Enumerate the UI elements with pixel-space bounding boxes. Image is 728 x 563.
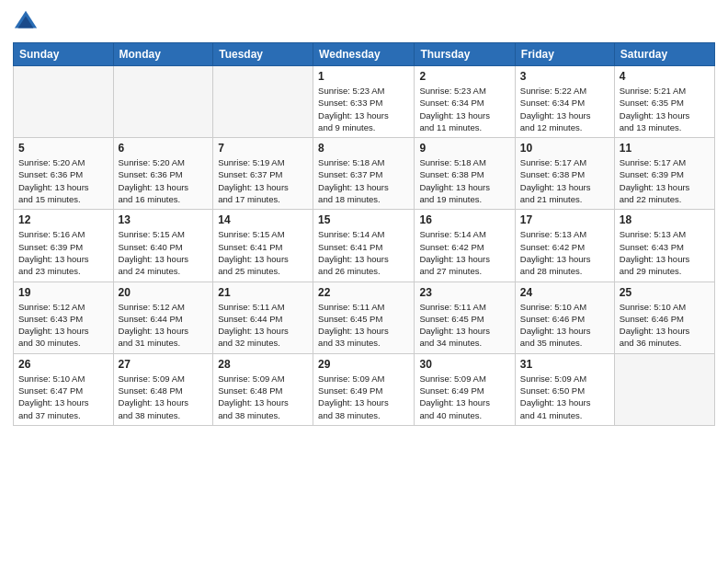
logo bbox=[13, 9, 40, 35]
calendar-cell: 14Sunrise: 5:15 AM Sunset: 6:41 PM Dayli… bbox=[213, 210, 313, 282]
week-row-1: 5Sunrise: 5:20 AM Sunset: 6:36 PM Daylig… bbox=[14, 138, 715, 210]
week-row-2: 12Sunrise: 5:16 AM Sunset: 6:39 PM Dayli… bbox=[14, 210, 715, 282]
day-info: Sunrise: 5:09 AM Sunset: 6:50 PM Dayligh… bbox=[520, 373, 609, 421]
calendar-cell: 2Sunrise: 5:23 AM Sunset: 6:34 PM Daylig… bbox=[415, 66, 515, 138]
calendar-cell: 21Sunrise: 5:11 AM Sunset: 6:44 PM Dayli… bbox=[213, 282, 313, 353]
calendar-cell: 11Sunrise: 5:17 AM Sunset: 6:39 PM Dayli… bbox=[614, 138, 714, 210]
day-number: 21 bbox=[218, 286, 308, 299]
day-info: Sunrise: 5:18 AM Sunset: 6:37 PM Dayligh… bbox=[318, 156, 409, 205]
calendar-cell: 8Sunrise: 5:18 AM Sunset: 6:37 PM Daylig… bbox=[313, 138, 415, 210]
day-number: 16 bbox=[419, 213, 509, 226]
day-number: 28 bbox=[218, 358, 308, 371]
calendar-cell: 3Sunrise: 5:22 AM Sunset: 6:34 PM Daylig… bbox=[515, 66, 614, 138]
day-number: 17 bbox=[520, 213, 609, 226]
calendar-cell bbox=[213, 66, 313, 138]
day-info: Sunrise: 5:21 AM Sunset: 6:35 PM Dayligh… bbox=[620, 85, 710, 133]
calendar-cell: 19Sunrise: 5:12 AM Sunset: 6:43 PM Dayli… bbox=[14, 282, 114, 353]
day-info: Sunrise: 5:15 AM Sunset: 6:40 PM Dayligh… bbox=[119, 228, 209, 277]
calendar-cell bbox=[14, 66, 114, 138]
day-number: 15 bbox=[318, 213, 409, 226]
calendar-cell: 20Sunrise: 5:12 AM Sunset: 6:44 PM Dayli… bbox=[113, 282, 213, 353]
day-info: Sunrise: 5:20 AM Sunset: 6:36 PM Dayligh… bbox=[119, 156, 209, 205]
day-info: Sunrise: 5:23 AM Sunset: 6:34 PM Dayligh… bbox=[419, 85, 509, 133]
day-info: Sunrise: 5:16 AM Sunset: 6:39 PM Dayligh… bbox=[18, 228, 108, 277]
day-info: Sunrise: 5:14 AM Sunset: 6:41 PM Dayligh… bbox=[318, 228, 409, 277]
calendar-cell: 10Sunrise: 5:17 AM Sunset: 6:38 PM Dayli… bbox=[515, 138, 614, 210]
day-info: Sunrise: 5:09 AM Sunset: 6:49 PM Dayligh… bbox=[318, 373, 409, 421]
calendar-cell: 24Sunrise: 5:10 AM Sunset: 6:46 PM Dayli… bbox=[515, 282, 614, 353]
weekday-header-saturday: Saturday bbox=[614, 43, 714, 66]
calendar-cell: 29Sunrise: 5:09 AM Sunset: 6:49 PM Dayli… bbox=[313, 353, 415, 425]
day-number: 25 bbox=[620, 286, 710, 299]
calendar-cell: 31Sunrise: 5:09 AM Sunset: 6:50 PM Dayli… bbox=[515, 353, 614, 425]
day-info: Sunrise: 5:15 AM Sunset: 6:41 PM Dayligh… bbox=[218, 228, 308, 277]
weekday-header-friday: Friday bbox=[515, 43, 614, 66]
day-number: 12 bbox=[18, 213, 108, 226]
day-number: 14 bbox=[218, 213, 308, 226]
day-number: 18 bbox=[620, 213, 710, 226]
calendar-cell: 12Sunrise: 5:16 AM Sunset: 6:39 PM Dayli… bbox=[14, 210, 114, 282]
day-info: Sunrise: 5:12 AM Sunset: 6:43 PM Dayligh… bbox=[18, 301, 108, 350]
calendar-cell bbox=[614, 353, 714, 425]
day-number: 30 bbox=[419, 358, 509, 371]
day-info: Sunrise: 5:11 AM Sunset: 6:45 PM Dayligh… bbox=[318, 301, 409, 350]
day-number: 31 bbox=[520, 358, 609, 371]
day-number: 8 bbox=[318, 142, 409, 155]
calendar-cell: 6Sunrise: 5:20 AM Sunset: 6:36 PM Daylig… bbox=[113, 138, 213, 210]
day-number: 19 bbox=[18, 286, 108, 299]
day-number: 11 bbox=[620, 142, 710, 155]
day-number: 2 bbox=[419, 70, 509, 83]
day-info: Sunrise: 5:13 AM Sunset: 6:42 PM Dayligh… bbox=[520, 228, 609, 277]
day-info: Sunrise: 5:23 AM Sunset: 6:33 PM Dayligh… bbox=[318, 85, 409, 133]
day-number: 1 bbox=[318, 70, 409, 83]
calendar-cell: 26Sunrise: 5:10 AM Sunset: 6:47 PM Dayli… bbox=[14, 353, 114, 425]
day-info: Sunrise: 5:17 AM Sunset: 6:39 PM Dayligh… bbox=[620, 156, 710, 205]
day-number: 10 bbox=[520, 142, 609, 155]
day-number: 27 bbox=[119, 358, 209, 371]
day-info: Sunrise: 5:19 AM Sunset: 6:37 PM Dayligh… bbox=[218, 156, 308, 205]
weekday-header-tuesday: Tuesday bbox=[213, 43, 313, 66]
calendar-cell: 18Sunrise: 5:13 AM Sunset: 6:43 PM Dayli… bbox=[614, 210, 714, 282]
day-number: 24 bbox=[520, 286, 609, 299]
calendar-cell: 30Sunrise: 5:09 AM Sunset: 6:49 PM Dayli… bbox=[415, 353, 515, 425]
calendar-cell: 4Sunrise: 5:21 AM Sunset: 6:35 PM Daylig… bbox=[614, 66, 714, 138]
calendar-cell: 9Sunrise: 5:18 AM Sunset: 6:38 PM Daylig… bbox=[415, 138, 515, 210]
day-number: 4 bbox=[620, 70, 710, 83]
week-row-4: 26Sunrise: 5:10 AM Sunset: 6:47 PM Dayli… bbox=[14, 353, 715, 425]
day-number: 6 bbox=[119, 142, 209, 155]
calendar-cell: 7Sunrise: 5:19 AM Sunset: 6:37 PM Daylig… bbox=[213, 138, 313, 210]
weekday-header-sunday: Sunday bbox=[14, 43, 114, 66]
day-number: 9 bbox=[419, 142, 509, 155]
calendar-cell bbox=[113, 66, 213, 138]
day-number: 20 bbox=[119, 286, 209, 299]
day-number: 13 bbox=[119, 213, 209, 226]
day-info: Sunrise: 5:09 AM Sunset: 6:48 PM Dayligh… bbox=[119, 373, 209, 421]
calendar-cell: 25Sunrise: 5:10 AM Sunset: 6:46 PM Dayli… bbox=[614, 282, 714, 353]
day-number: 26 bbox=[18, 358, 108, 371]
day-info: Sunrise: 5:12 AM Sunset: 6:44 PM Dayligh… bbox=[119, 301, 209, 350]
calendar: SundayMondayTuesdayWednesdayThursdayFrid… bbox=[13, 42, 715, 426]
calendar-cell: 15Sunrise: 5:14 AM Sunset: 6:41 PM Dayli… bbox=[313, 210, 415, 282]
day-info: Sunrise: 5:09 AM Sunset: 6:49 PM Dayligh… bbox=[419, 373, 509, 421]
day-number: 29 bbox=[318, 358, 409, 371]
logo-icon bbox=[13, 9, 39, 35]
day-info: Sunrise: 5:22 AM Sunset: 6:34 PM Dayligh… bbox=[520, 85, 609, 133]
day-info: Sunrise: 5:20 AM Sunset: 6:36 PM Dayligh… bbox=[18, 156, 108, 205]
calendar-cell: 5Sunrise: 5:20 AM Sunset: 6:36 PM Daylig… bbox=[14, 138, 114, 210]
header bbox=[13, 9, 715, 35]
week-row-3: 19Sunrise: 5:12 AM Sunset: 6:43 PM Dayli… bbox=[14, 282, 715, 353]
day-info: Sunrise: 5:17 AM Sunset: 6:38 PM Dayligh… bbox=[520, 156, 609, 205]
calendar-cell: 28Sunrise: 5:09 AM Sunset: 6:48 PM Dayli… bbox=[213, 353, 313, 425]
day-number: 5 bbox=[18, 142, 108, 155]
day-info: Sunrise: 5:18 AM Sunset: 6:38 PM Dayligh… bbox=[419, 156, 509, 205]
day-number: 7 bbox=[218, 142, 308, 155]
day-info: Sunrise: 5:10 AM Sunset: 6:46 PM Dayligh… bbox=[520, 301, 609, 350]
week-row-0: 1Sunrise: 5:23 AM Sunset: 6:33 PM Daylig… bbox=[14, 66, 715, 138]
calendar-cell: 13Sunrise: 5:15 AM Sunset: 6:40 PM Dayli… bbox=[113, 210, 213, 282]
calendar-cell: 23Sunrise: 5:11 AM Sunset: 6:45 PM Dayli… bbox=[415, 282, 515, 353]
weekday-header-thursday: Thursday bbox=[415, 43, 515, 66]
day-info: Sunrise: 5:11 AM Sunset: 6:44 PM Dayligh… bbox=[218, 301, 308, 350]
calendar-cell: 27Sunrise: 5:09 AM Sunset: 6:48 PM Dayli… bbox=[113, 353, 213, 425]
day-info: Sunrise: 5:11 AM Sunset: 6:45 PM Dayligh… bbox=[419, 301, 509, 350]
weekday-header-row: SundayMondayTuesdayWednesdayThursdayFrid… bbox=[14, 43, 715, 66]
